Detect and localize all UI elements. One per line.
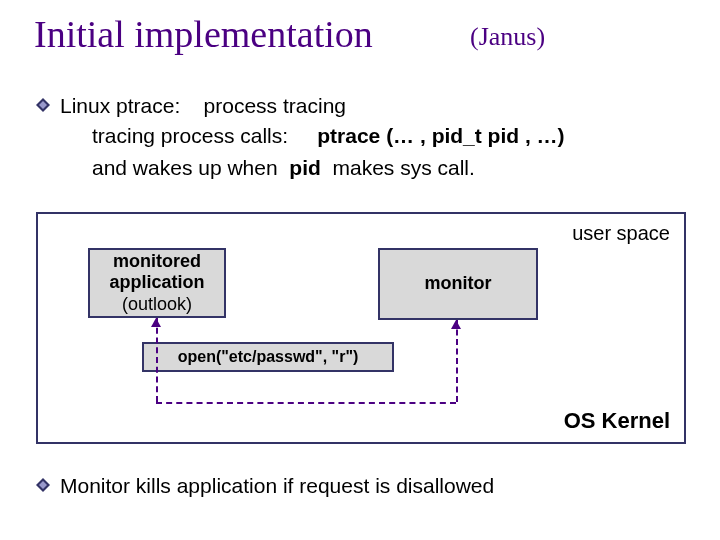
syscall-box: open("etc/passwd", "r") (142, 342, 394, 372)
bullet-2-text: Monitor kills application if request is … (60, 472, 494, 500)
slide-title: Initial implementation (34, 12, 373, 56)
app-line2: application (109, 272, 204, 294)
bullet-item-2: Monitor kills application if request is … (36, 472, 494, 500)
diamond-icon (36, 98, 50, 112)
diamond-icon (36, 478, 50, 492)
diagram-frame: user space OS Kernel monitored applicati… (36, 212, 686, 444)
slide-subtitle: (Janus) (470, 22, 545, 52)
user-space-label: user space (572, 222, 670, 245)
arrow-into-monitor (451, 320, 461, 329)
monitored-app-box: monitored application (outlook) (88, 248, 226, 318)
arrow-into-app (151, 318, 161, 327)
bullet-1-text: Linux ptrace: process tracing (60, 92, 346, 120)
connector-horizontal (156, 402, 456, 404)
connector-monitor (456, 320, 458, 402)
app-line3: (outlook) (122, 294, 192, 316)
bullet-1-line2: tracing process calls: ptrace (… , pid_t… (92, 124, 565, 148)
kernel-label: OS Kernel (564, 408, 670, 434)
connector-app-down (156, 318, 158, 402)
bullet-item-1: Linux ptrace: process tracing (36, 92, 346, 120)
monitor-box: monitor (378, 248, 538, 320)
bullet-1-line3: and wakes up when pid makes sys call. (92, 156, 475, 180)
app-line1: monitored (113, 251, 201, 273)
